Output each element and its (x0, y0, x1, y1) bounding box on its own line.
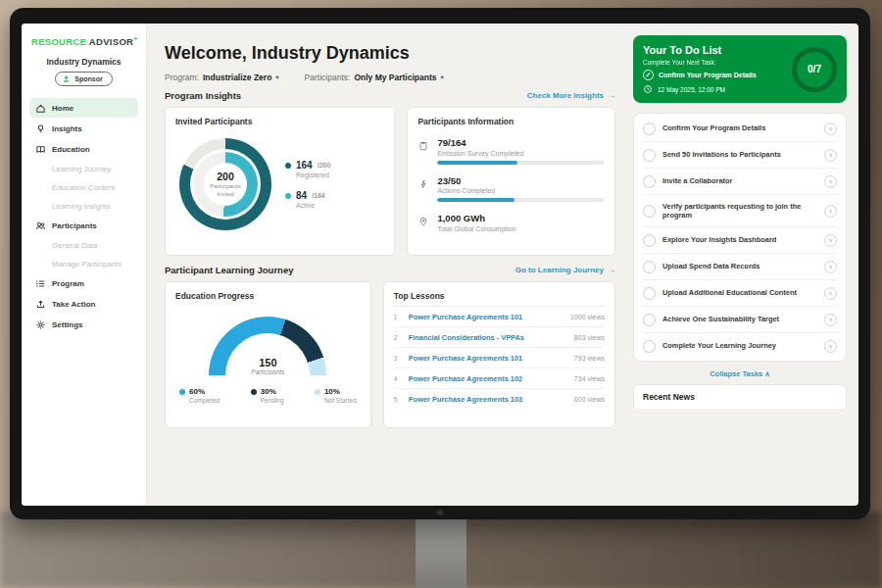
lesson-link[interactable]: Power Purchase Agreements 103 (409, 395, 567, 404)
task-label: Invite a Collaborator (662, 176, 817, 186)
task-list: Confirm Your Program Details › Send 50 I… (633, 113, 847, 362)
stat-value: 79/164 (437, 137, 605, 148)
chevron-right-icon[interactable]: › (824, 287, 837, 300)
task-label: Send 50 Invitations to Participants (662, 150, 817, 160)
sponsor-badge-label: Sponsor (74, 75, 102, 82)
legend-item-pending: 30% Pending (251, 387, 284, 404)
lesson-views: 1000 views (570, 314, 605, 320)
sidebar-item-education[interactable]: Education (29, 139, 138, 159)
list-icon (35, 278, 46, 289)
lesson-views: 600 views (574, 396, 605, 403)
task-checkbox[interactable] (643, 314, 656, 326)
sidebar-item-learning-journey[interactable]: Learning Journey (29, 160, 138, 177)
todo-panel: Your To Do List Complete Your Next Task:… (627, 24, 858, 506)
check-more-insights-link[interactable]: Check More Insights → (527, 91, 615, 100)
chevron-right-icon[interactable]: › (824, 261, 837, 273)
task-row[interactable]: Confirm Your Program Details › (643, 116, 837, 142)
task-row[interactable]: Invite a Collaborator › (643, 169, 837, 195)
task-row[interactable]: Explore Your Insights Dashboard › (643, 227, 837, 254)
chevron-right-icon[interactable]: › (824, 122, 837, 135)
task-row[interactable]: Complete Your Learning Journey › (643, 333, 837, 359)
task-label: Upload Additional Educational Content (662, 288, 817, 298)
gear-icon (35, 319, 46, 330)
sidebar-item-home[interactable]: Home (29, 98, 138, 118)
chevron-right-icon[interactable]: › (824, 234, 837, 247)
location-pin-icon (417, 214, 429, 225)
todo-progress-ring: 0/7 (792, 47, 837, 92)
lesson-link[interactable]: Financial Considerations - VPPAs (409, 333, 567, 342)
todo-header-card: Your To Do List Complete Your Next Task:… (633, 35, 847, 103)
chevron-right-icon[interactable]: › (824, 205, 837, 218)
stat-label: Total Global Consumption (437, 225, 605, 232)
participants-filter-dropdown[interactable]: Participants: Only My Participants ▾ (305, 73, 444, 82)
sidebar-item-label: Participants (52, 221, 97, 230)
lesson-link[interactable]: Power Purchase Agreements 101 (409, 313, 564, 321)
task-row[interactable]: Upload Additional Educational Content › (643, 280, 837, 307)
lesson-row[interactable]: 5 Power Purchase Agreements 103 600 view… (394, 389, 605, 409)
task-checkbox[interactable] (643, 261, 656, 273)
sidebar-item-participants[interactable]: Participants (29, 216, 138, 235)
sidebar: RESOURCE ADVISOR+ Industry Dynamics Spon… (22, 24, 147, 506)
chevron-right-icon[interactable]: › (824, 175, 837, 188)
sidebar-item-label: Learning Insights (52, 202, 110, 211)
sidebar-item-general-data[interactable]: General Data (29, 236, 138, 254)
todo-title: Your To Do List (643, 44, 784, 56)
task-checkbox[interactable] (643, 340, 656, 353)
task-label: Verify participants requesting to join t… (662, 202, 817, 220)
legend-suffix: /164 (312, 192, 325, 199)
sidebar-item-label: Take Action (52, 300, 95, 309)
task-checkbox[interactable] (643, 149, 656, 162)
lesson-views: 793 views (574, 355, 605, 362)
legend-value: 84 (296, 190, 307, 201)
chevron-right-icon[interactable]: › (824, 314, 837, 326)
main-content: Welcome, Industry Dynamics Program: Indu… (147, 24, 627, 506)
lesson-row[interactable]: 3 Power Purchase Agreements 101 793 view… (394, 348, 605, 368)
lesson-rank: 3 (394, 355, 402, 362)
sidebar-item-insights[interactable]: Insights (29, 119, 138, 138)
sidebar-item-label: Program (52, 279, 84, 288)
sidebar-item-label: Insights (52, 124, 82, 133)
card-title: Invited Participants (175, 117, 384, 126)
task-checkbox[interactable] (643, 287, 656, 300)
program-filter-value: Industrialize Zero (203, 73, 271, 82)
sidebar-item-manage-participants[interactable]: Manage Participants (29, 255, 138, 272)
sidebar-item-take-action[interactable]: Take Action (29, 294, 138, 314)
donut-legend: 164 /200 Registered 84 /164 (285, 160, 330, 209)
chevron-right-icon[interactable]: › (824, 340, 837, 353)
sidebar-item-learning-insights[interactable]: Learning Insights (29, 197, 138, 215)
check-icon: ✓ (643, 70, 654, 80)
sidebar-item-education-content[interactable]: Education Content (29, 178, 138, 196)
program-filter-dropdown[interactable]: Program: Industrialize Zero ▾ (165, 73, 279, 82)
task-checkbox[interactable] (643, 205, 656, 218)
task-label: Explore Your Insights Dashboard (662, 235, 817, 245)
collapse-tasks-link[interactable]: Collapse Tasks ∧ (633, 362, 847, 384)
task-row[interactable]: Send 50 Invitations to Participants › (643, 142, 837, 169)
sidebar-item-label: General Data (52, 241, 97, 250)
task-checkbox[interactable] (643, 234, 656, 247)
lesson-rank: 4 (394, 375, 402, 382)
go-to-learning-journey-link[interactable]: Go to Learning Journey → (515, 266, 615, 274)
sidebar-item-program[interactable]: Program (29, 273, 138, 293)
gauge-center-label: Participants (209, 368, 326, 375)
task-row[interactable]: Verify participants requesting to join t… (643, 195, 837, 227)
link-label: Check More Insights (527, 91, 604, 100)
lesson-row[interactable]: 1 Power Purchase Agreements 101 1000 vie… (394, 307, 605, 327)
sidebar-item-settings[interactable]: Settings (29, 315, 138, 334)
lesson-row[interactable]: 4 Power Purchase Agreements 102 734 view… (394, 368, 605, 389)
gauge-center: 150 Participants (209, 357, 326, 375)
todo-next-task: ✓ Confirm Your Program Details (643, 70, 784, 80)
sidebar-item-label: Education (52, 145, 90, 154)
task-checkbox[interactable] (643, 122, 656, 135)
chevron-right-icon[interactable]: › (824, 149, 837, 162)
participants-filter-label: Participants: (305, 73, 351, 82)
lesson-link[interactable]: Power Purchase Agreements 101 (409, 354, 567, 363)
lesson-row[interactable]: 2 Financial Considerations - VPPAs 803 v… (394, 327, 605, 348)
task-checkbox[interactable] (643, 175, 656, 188)
lesson-rank: 2 (394, 334, 402, 341)
task-row[interactable]: Upload Spend Data Records › (643, 254, 837, 280)
stat-label: Actions Completed (437, 187, 605, 194)
lesson-link[interactable]: Power Purchase Agreements 102 (409, 374, 567, 383)
legend-label: Pending (261, 397, 284, 404)
lightning-icon (417, 176, 429, 188)
task-row[interactable]: Achieve One Sustainability Target › (643, 307, 837, 333)
